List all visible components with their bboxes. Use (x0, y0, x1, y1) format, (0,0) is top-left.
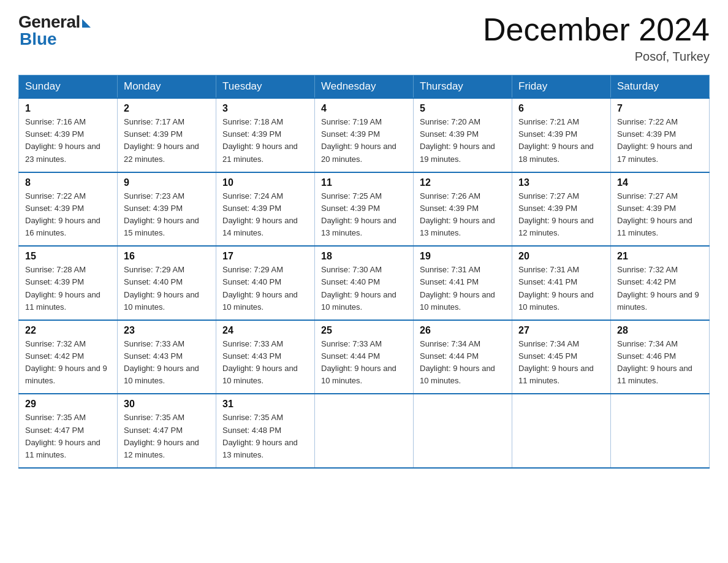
day-number: 19 (420, 251, 506, 262)
day-number: 14 (617, 177, 703, 188)
logo-arrow-icon (82, 19, 91, 28)
calendar-cell: 13 Sunrise: 7:27 AMSunset: 4:39 PMDaylig… (512, 172, 611, 247)
calendar-cell: 29 Sunrise: 7:35 AMSunset: 4:47 PMDaylig… (19, 394, 118, 468)
calendar-cell: 26 Sunrise: 7:34 AMSunset: 4:44 PMDaylig… (414, 320, 512, 394)
calendar-header-row: SundayMondayTuesdayWednesdayThursdayFrid… (19, 75, 710, 99)
calendar-cell: 20 Sunrise: 7:31 AMSunset: 4:41 PMDaylig… (512, 246, 611, 320)
day-info: Sunrise: 7:16 AMSunset: 4:39 PMDaylight:… (25, 117, 100, 163)
calendar-header-friday: Friday (512, 75, 611, 99)
day-number: 24 (222, 325, 308, 336)
calendar-cell: 16 Sunrise: 7:29 AMSunset: 4:40 PMDaylig… (118, 246, 216, 320)
day-number: 21 (617, 251, 703, 262)
calendar-cell: 22 Sunrise: 7:32 AMSunset: 4:42 PMDaylig… (19, 320, 118, 394)
day-number: 29 (25, 399, 111, 410)
day-info: Sunrise: 7:25 AMSunset: 4:39 PMDaylight:… (321, 191, 396, 237)
calendar-cell: 7 Sunrise: 7:22 AMSunset: 4:39 PMDayligh… (611, 98, 710, 172)
page-header: General Blue December 2024 Posof, Turkey (18, 12, 710, 64)
day-info: Sunrise: 7:31 AMSunset: 4:41 PMDaylight:… (420, 265, 495, 311)
day-number: 10 (222, 177, 308, 188)
calendar-header-sunday: Sunday (19, 75, 118, 99)
logo: General Blue (18, 12, 91, 49)
day-info: Sunrise: 7:34 AMSunset: 4:46 PMDaylight:… (617, 339, 692, 385)
day-number: 12 (420, 177, 506, 188)
day-info: Sunrise: 7:29 AMSunset: 4:40 PMDaylight:… (124, 265, 199, 311)
day-info: Sunrise: 7:35 AMSunset: 4:47 PMDaylight:… (124, 413, 199, 459)
day-info: Sunrise: 7:23 AMSunset: 4:39 PMDaylight:… (124, 191, 199, 237)
day-info: Sunrise: 7:21 AMSunset: 4:39 PMDaylight:… (518, 117, 594, 163)
calendar-cell: 12 Sunrise: 7:26 AMSunset: 4:39 PMDaylig… (414, 172, 512, 247)
day-info: Sunrise: 7:28 AMSunset: 4:39 PMDaylight:… (25, 265, 100, 311)
calendar-week-row: 22 Sunrise: 7:32 AMSunset: 4:42 PMDaylig… (19, 320, 710, 394)
calendar-week-row: 29 Sunrise: 7:35 AMSunset: 4:47 PMDaylig… (19, 394, 710, 468)
day-number: 28 (617, 325, 703, 336)
calendar-cell: 18 Sunrise: 7:30 AMSunset: 4:40 PMDaylig… (315, 246, 414, 320)
calendar-cell (611, 394, 710, 468)
calendar-header-wednesday: Wednesday (315, 75, 414, 99)
calendar-cell: 17 Sunrise: 7:29 AMSunset: 4:40 PMDaylig… (216, 246, 315, 320)
day-info: Sunrise: 7:30 AMSunset: 4:40 PMDaylight:… (321, 265, 396, 311)
calendar-week-row: 8 Sunrise: 7:22 AMSunset: 4:39 PMDayligh… (19, 172, 710, 247)
day-info: Sunrise: 7:22 AMSunset: 4:39 PMDaylight:… (25, 191, 100, 237)
day-number: 6 (518, 103, 604, 114)
calendar-cell: 14 Sunrise: 7:27 AMSunset: 4:39 PMDaylig… (611, 172, 710, 247)
day-number: 18 (321, 251, 407, 262)
calendar-header-thursday: Thursday (414, 75, 512, 99)
calendar-week-row: 1 Sunrise: 7:16 AMSunset: 4:39 PMDayligh… (19, 98, 710, 172)
day-info: Sunrise: 7:32 AMSunset: 4:42 PMDaylight:… (617, 265, 699, 311)
calendar-cell: 19 Sunrise: 7:31 AMSunset: 4:41 PMDaylig… (414, 246, 512, 320)
day-info: Sunrise: 7:27 AMSunset: 4:39 PMDaylight:… (518, 191, 594, 237)
day-number: 2 (124, 103, 210, 114)
calendar-cell (315, 394, 414, 468)
calendar-header-monday: Monday (118, 75, 216, 99)
calendar-cell: 5 Sunrise: 7:20 AMSunset: 4:39 PMDayligh… (414, 98, 512, 172)
day-info: Sunrise: 7:34 AMSunset: 4:44 PMDaylight:… (420, 339, 495, 385)
day-number: 20 (518, 251, 604, 262)
calendar-cell: 4 Sunrise: 7:19 AMSunset: 4:39 PMDayligh… (315, 98, 414, 172)
day-info: Sunrise: 7:32 AMSunset: 4:42 PMDaylight:… (25, 339, 107, 385)
calendar-cell: 1 Sunrise: 7:16 AMSunset: 4:39 PMDayligh… (19, 98, 118, 172)
calendar-cell: 25 Sunrise: 7:33 AMSunset: 4:44 PMDaylig… (315, 320, 414, 394)
calendar-header-saturday: Saturday (611, 75, 710, 99)
day-info: Sunrise: 7:35 AMSunset: 4:48 PMDaylight:… (222, 413, 298, 459)
logo-blue-text: Blue (20, 29, 57, 49)
location-label: Posof, Turkey (483, 50, 710, 64)
day-number: 1 (25, 103, 111, 114)
day-number: 13 (518, 177, 604, 188)
day-number: 8 (25, 177, 111, 188)
day-number: 17 (222, 251, 308, 262)
day-number: 3 (222, 103, 308, 114)
day-info: Sunrise: 7:17 AMSunset: 4:39 PMDaylight:… (124, 117, 199, 163)
calendar-cell: 6 Sunrise: 7:21 AMSunset: 4:39 PMDayligh… (512, 98, 611, 172)
calendar-cell: 30 Sunrise: 7:35 AMSunset: 4:47 PMDaylig… (118, 394, 216, 468)
day-number: 22 (25, 325, 111, 336)
day-info: Sunrise: 7:33 AMSunset: 4:43 PMDaylight:… (124, 339, 199, 385)
calendar-cell: 9 Sunrise: 7:23 AMSunset: 4:39 PMDayligh… (118, 172, 216, 247)
calendar-cell (414, 394, 512, 468)
day-number: 15 (25, 251, 111, 262)
calendar-cell: 3 Sunrise: 7:18 AMSunset: 4:39 PMDayligh… (216, 98, 315, 172)
calendar-week-row: 15 Sunrise: 7:28 AMSunset: 4:39 PMDaylig… (19, 246, 710, 320)
day-info: Sunrise: 7:34 AMSunset: 4:45 PMDaylight:… (518, 339, 594, 385)
calendar-cell: 23 Sunrise: 7:33 AMSunset: 4:43 PMDaylig… (118, 320, 216, 394)
calendar-cell: 10 Sunrise: 7:24 AMSunset: 4:39 PMDaylig… (216, 172, 315, 247)
day-info: Sunrise: 7:33 AMSunset: 4:44 PMDaylight:… (321, 339, 396, 385)
day-number: 25 (321, 325, 407, 336)
day-info: Sunrise: 7:20 AMSunset: 4:39 PMDaylight:… (420, 117, 495, 163)
day-number: 5 (420, 103, 506, 114)
calendar-table: SundayMondayTuesdayWednesdayThursdayFrid… (18, 75, 710, 469)
calendar-cell: 8 Sunrise: 7:22 AMSunset: 4:39 PMDayligh… (19, 172, 118, 247)
day-number: 11 (321, 177, 407, 188)
calendar-cell: 27 Sunrise: 7:34 AMSunset: 4:45 PMDaylig… (512, 320, 611, 394)
day-info: Sunrise: 7:19 AMSunset: 4:39 PMDaylight:… (321, 117, 396, 163)
day-number: 30 (124, 399, 210, 410)
calendar-cell: 24 Sunrise: 7:33 AMSunset: 4:43 PMDaylig… (216, 320, 315, 394)
calendar-header-tuesday: Tuesday (216, 75, 315, 99)
day-info: Sunrise: 7:29 AMSunset: 4:40 PMDaylight:… (222, 265, 298, 311)
day-info: Sunrise: 7:18 AMSunset: 4:39 PMDaylight:… (222, 117, 298, 163)
day-number: 26 (420, 325, 506, 336)
day-info: Sunrise: 7:33 AMSunset: 4:43 PMDaylight:… (222, 339, 298, 385)
day-number: 9 (124, 177, 210, 188)
day-info: Sunrise: 7:26 AMSunset: 4:39 PMDaylight:… (420, 191, 495, 237)
title-block: December 2024 Posof, Turkey (483, 12, 710, 64)
day-number: 7 (617, 103, 703, 114)
